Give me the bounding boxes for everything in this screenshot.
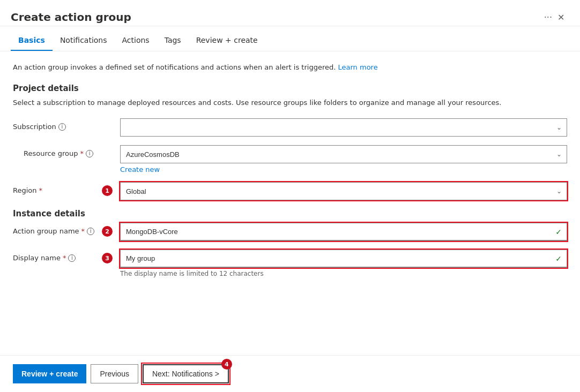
description-text: An action group invokes a defined set of… <box>13 62 567 73</box>
subscription-info-icon[interactable]: i <box>58 123 66 131</box>
action-group-name-input-wrapper: ✓ <box>120 223 567 241</box>
resource-group-info-icon[interactable]: i <box>86 150 93 157</box>
subscription-row: Subscription i ⌄ <box>13 118 567 137</box>
region-input-wrapper: ⌄ <box>120 182 567 200</box>
region-select[interactable] <box>120 182 567 200</box>
project-details-desc: Select a subscription to manage deployed… <box>13 97 567 108</box>
display-name-input-wrapper: ✓ <box>120 250 567 268</box>
resource-group-row: Resource group * i ⌄ Create new <box>13 145 567 174</box>
dialog-title-dots: ··· <box>544 12 552 22</box>
subscription-select[interactable] <box>120 118 567 137</box>
close-button[interactable]: ✕ <box>552 9 569 26</box>
display-name-row: Display name * i 3 ✓ The display name is… <box>13 250 567 277</box>
badge-1: 1 <box>102 185 113 196</box>
tab-tags[interactable]: Tags <box>157 31 189 51</box>
instance-details-title: Instance details <box>13 209 567 218</box>
dialog-title: Create action group <box>11 11 540 24</box>
display-name-check-icon: ✓ <box>555 254 562 263</box>
tab-review-create[interactable]: Review + create <box>189 31 265 51</box>
dialog-footer: Review + create Previous Next: Notificat… <box>0 355 580 392</box>
project-details-title: Project details <box>13 84 567 93</box>
resource-group-input-wrapper: ⌄ <box>120 145 567 163</box>
resource-group-label: Resource group * i <box>24 149 120 157</box>
action-group-name-row: Action group name * i 2 ✓ <box>13 223 567 241</box>
region-row: Region * 1 ⌄ <box>13 182 567 200</box>
display-name-info-icon[interactable]: i <box>68 254 76 262</box>
dialog-content: An action group invokes a defined set of… <box>0 51 580 355</box>
action-group-name-check-icon: ✓ <box>555 228 562 236</box>
next-notifications-button[interactable]: Next: Notifications > <box>143 364 229 383</box>
action-group-name-input[interactable] <box>120 223 567 241</box>
tab-basics[interactable]: Basics <box>11 31 53 51</box>
learn-more-link[interactable]: Learn more <box>338 63 378 71</box>
display-name-hint: The display name is limited to 12 charac… <box>120 270 567 277</box>
badge-3: 3 <box>102 253 113 263</box>
create-action-group-dialog: Create action group ··· ✕ Basics Notific… <box>0 0 580 392</box>
create-new-link[interactable]: Create new <box>120 165 160 174</box>
tab-actions[interactable]: Actions <box>115 31 157 51</box>
resource-group-select[interactable] <box>120 145 567 163</box>
subscription-label: Subscription i <box>13 123 120 131</box>
review-create-button[interactable]: Review + create <box>13 364 86 383</box>
badge-2: 2 <box>102 226 113 237</box>
display-name-input[interactable] <box>120 250 567 268</box>
badge-4: 4 <box>221 359 232 370</box>
subscription-input-wrapper: ⌄ <box>120 118 567 137</box>
tabs-bar: Basics Notifications Actions Tags Review… <box>0 31 580 51</box>
previous-button[interactable]: Previous <box>91 364 138 383</box>
action-group-name-info-icon[interactable]: i <box>87 228 94 235</box>
dialog-header: Create action group ··· ✕ <box>0 0 580 26</box>
tab-notifications[interactable]: Notifications <box>53 31 115 51</box>
